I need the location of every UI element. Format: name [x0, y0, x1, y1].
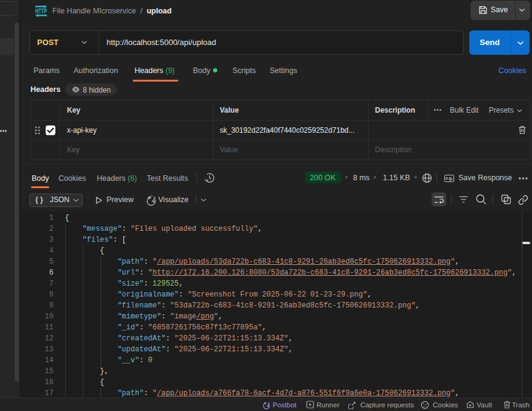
svg-text:HTTP: HTTP [35, 7, 47, 15]
